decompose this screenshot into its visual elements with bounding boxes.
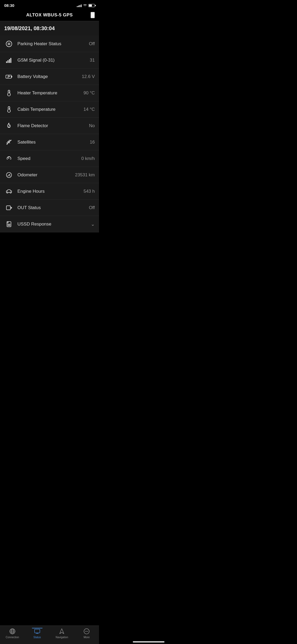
cabin-temperature-value: 14 °C [83, 107, 95, 112]
row-cabin-temperature: Cabin Temperature 14 °C [0, 101, 99, 118]
battery-voltage-value: 12.6 V [82, 74, 95, 79]
svg-rect-5 [8, 60, 8, 63]
flame-detector-value: No [89, 123, 95, 128]
svg-point-24 [9, 158, 9, 159]
ussd-response-label: USSD Response [17, 222, 89, 227]
row-speed: Speed 0 km/h [0, 150, 99, 167]
row-gsm-signal: GSM Signal (0-31) 31 [0, 52, 99, 68]
data-list: Parking Heater Status Off GSM Signal (0-… [0, 36, 99, 232]
wifi-icon [83, 4, 87, 7]
odometer-label: Odometer [17, 172, 73, 178]
menu-icon [4, 40, 14, 47]
engine-hours-value: 543 h [83, 189, 95, 194]
gsm-signal-icon [4, 57, 14, 64]
row-out-status: OUT Status Off [0, 200, 99, 216]
cabin-temperature-label: Cabin Temperature [17, 107, 81, 112]
svg-point-30 [7, 191, 8, 192]
heater-temperature-label: Heater Temperature [17, 90, 81, 96]
header-title: ALTOX WBUS-5 GPS [26, 12, 73, 18]
heater-temperature-value: 90 °C [83, 90, 95, 96]
svg-rect-37 [8, 225, 9, 226]
signal-bars-icon [77, 4, 82, 7]
odometer-value: 23531 km [75, 172, 95, 178]
thermometer-cabin-icon [4, 106, 14, 113]
svg-rect-32 [6, 206, 10, 210]
engine-hours-icon [4, 188, 14, 195]
gsm-signal-value: 31 [90, 58, 95, 63]
row-parking-heater-status: Parking Heater Status Off [0, 36, 99, 52]
svg-point-29 [8, 174, 9, 175]
ussd-response-chevron[interactable]: ⌄ [91, 221, 95, 227]
svg-rect-6 [9, 59, 10, 63]
row-flame-detector: Flame Detector No [0, 118, 99, 134]
row-ussd-response: USSD Response ⌄ [0, 216, 99, 232]
row-engine-hours: Engine Hours 543 h [0, 183, 99, 200]
svg-line-13 [8, 77, 9, 78]
satellites-label: Satellites [17, 140, 88, 145]
odometer-icon [4, 172, 14, 178]
speed-value: 0 km/h [81, 156, 95, 161]
row-battery-voltage: Battery Voltage 12.6 V [0, 68, 99, 85]
parking-heater-value: Off [89, 41, 95, 47]
gsm-signal-label: GSM Signal (0-31) [17, 58, 88, 63]
parking-heater-label: Parking Heater Status [17, 41, 87, 47]
speedometer-icon [4, 155, 14, 162]
out-status-value: Off [89, 205, 95, 210]
header: ALTOX WBUS-5 GPS × [0, 9, 99, 21]
battery-icon [4, 73, 14, 80]
status-bar: 08:30 [0, 0, 99, 9]
svg-rect-36 [9, 224, 10, 224]
timestamp: 19/08/2021, 08:30:04 [0, 21, 99, 36]
row-satellites: Satellites 16 [0, 134, 99, 150]
engine-hours-label: Engine Hours [17, 189, 81, 194]
svg-rect-38 [9, 225, 10, 226]
flame-detector-label: Flame Detector [17, 123, 87, 128]
row-heater-temperature: Heater Temperature 90 °C [0, 85, 99, 101]
speed-label: Speed [17, 156, 79, 161]
out-status-label: OUT Status [17, 205, 87, 210]
svg-rect-9 [11, 76, 12, 77]
svg-rect-7 [10, 58, 11, 63]
svg-point-22 [7, 144, 7, 144]
svg-point-23 [11, 140, 11, 140]
status-icons [77, 4, 95, 7]
battery-status-icon [88, 4, 95, 7]
satellites-value: 16 [90, 140, 95, 145]
svg-rect-4 [6, 61, 7, 63]
time-label: 08:30 [4, 3, 14, 8]
thermometer-heater-icon [4, 90, 14, 96]
svg-rect-35 [8, 224, 9, 224]
row-odometer: Odometer 23531 km [0, 167, 99, 183]
svg-point-31 [10, 191, 11, 192]
svg-rect-34 [7, 222, 11, 227]
close-button[interactable]: × [91, 12, 95, 18]
satellites-icon [4, 139, 14, 146]
flame-detector-icon [4, 122, 14, 129]
svg-rect-8 [6, 75, 11, 78]
out-status-icon [4, 204, 14, 211]
battery-voltage-label: Battery Voltage [17, 74, 80, 79]
sim-card-icon [4, 221, 14, 228]
